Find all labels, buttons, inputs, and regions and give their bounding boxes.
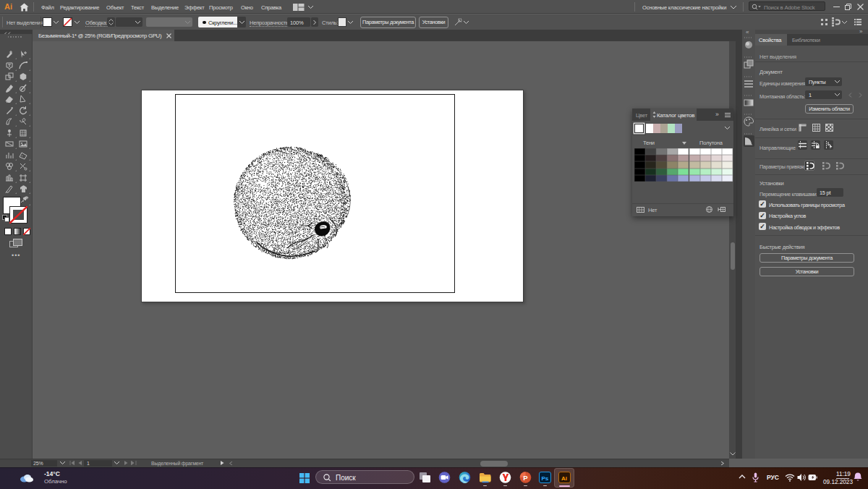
svg-text:P: P	[523, 474, 528, 482]
